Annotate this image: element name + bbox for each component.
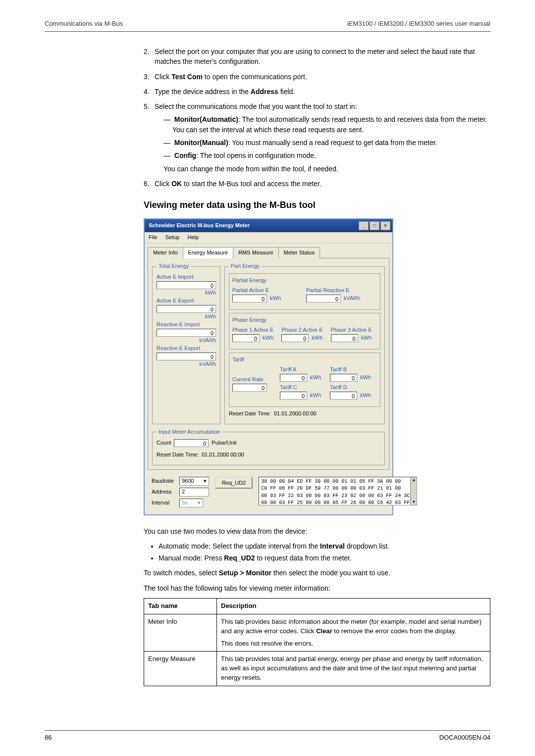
value-partial-reactive: 0	[306, 295, 341, 302]
tab-energy-measure[interactable]: Energy Measure	[183, 247, 234, 258]
label-input-reset-date-time: Reset Date Time:	[157, 451, 199, 459]
tab-meter-status[interactable]: Meter Status	[278, 247, 320, 258]
bullet-automatic-mode: Automatic mode: Select the update interv…	[159, 541, 490, 551]
unit-partial-active: kWh	[270, 295, 281, 302]
label-partial-reactive: Partial Reactive E	[306, 287, 377, 295]
unit-active-export: kWh	[157, 313, 216, 321]
scroll-up-icon[interactable]: ▲	[413, 477, 415, 483]
unit-phase1: kWh	[263, 334, 273, 342]
menu-setup[interactable]: Setup	[165, 234, 180, 242]
group-part-energy: Part Energy Partial Energy Partial Activ…	[224, 262, 385, 424]
label-reset-date-time: Reset Date Time:	[229, 410, 271, 418]
step-5-text: Select the communications mode that you …	[155, 101, 490, 111]
mbus-tool-window: Schneider Electric M-bus Energy Meter _ …	[144, 218, 393, 515]
legend-phase-energy: Phase Energy	[232, 316, 377, 324]
hex-output: 38 00 00 04 ED FF 39 00 00 01 01 05 FF 3…	[259, 477, 417, 505]
group-total-energy: Total Energy Active E Import 0 kWh Activ…	[152, 262, 220, 424]
chevron-down-icon: ▾	[198, 499, 201, 507]
modes-intro: You can use two modes to view data from …	[144, 526, 490, 536]
input-address[interactable]: 2	[179, 488, 209, 497]
minimize-icon[interactable]: _	[359, 221, 369, 230]
label-active-import: Active E Import	[157, 273, 216, 281]
label-count: Count	[157, 439, 171, 447]
step-3-text: Click Test Com to open the communication…	[155, 72, 490, 82]
legend-tariff: Tariff	[232, 356, 377, 364]
step-number: 6.	[144, 179, 155, 189]
maximize-icon[interactable]: □	[370, 221, 379, 230]
header-right: iEM3100 / iEM3200 / iEM3300 series user …	[347, 20, 490, 27]
step-number: 3.	[144, 72, 155, 82]
step-number: 2.	[144, 47, 155, 67]
label-active-export: Active E Export	[157, 297, 216, 305]
value-reset-date-time: 01.01.2000 00:00	[274, 410, 317, 418]
page-number: 86	[45, 734, 52, 741]
label-tariff-c: Tariff C	[280, 384, 327, 392]
unit-phase2: kWh	[312, 334, 322, 342]
unit-tariff-a: kWh	[310, 374, 321, 382]
scroll-down-icon[interactable]: ▼	[413, 499, 415, 505]
value-tariff-d: 0	[330, 392, 357, 400]
chevron-down-icon: ▾	[204, 477, 207, 485]
th-tab-name: Tab name	[144, 599, 217, 614]
value-reactive-export: 0	[157, 353, 216, 360]
switch-modes-text: To switch modes, select Setup > Monitor …	[144, 568, 490, 578]
unit-tariff-d: kWh	[360, 392, 371, 400]
tab-meter-info[interactable]: Meter Info	[148, 247, 183, 258]
label-phase2: Phase 2 Active E	[281, 326, 327, 334]
unit-reactive-import: kVARh	[157, 337, 216, 345]
header-left: Communications via M-Bus	[45, 20, 123, 27]
dropdown-interval[interactable]: 5s▾	[179, 499, 203, 507]
value-active-export: 0	[157, 305, 216, 313]
legend-part-energy: Part Energy	[229, 262, 262, 270]
value-active-import: 0	[157, 281, 216, 289]
scrollbar[interactable]: ▲▼	[410, 477, 417, 505]
label-partial-active: Partial Active E	[232, 287, 303, 295]
section-heading: Viewing meter data using the M-Bus tool	[144, 199, 490, 211]
unit-active-import: kWh	[157, 289, 216, 297]
doc-id: DOCA0005EN-04	[439, 734, 490, 741]
menu-file[interactable]: File	[149, 234, 158, 242]
dropdown-baudrate[interactable]: 9600▾	[179, 477, 209, 486]
instruction-list: 2. Select the port on your computer that…	[144, 47, 490, 189]
label-tariff-d: Tariff D	[330, 384, 377, 392]
value-input-reset-date-time: 01.01.2000 00:00	[202, 451, 244, 459]
label-reactive-export: Reactive E Export	[157, 345, 216, 353]
unit-tariff-c: kWh	[310, 392, 321, 400]
value-phase2: 0	[281, 334, 309, 342]
step-6-text: Click OK to start the M-Bus tool and acc…	[155, 179, 490, 189]
close-icon[interactable]: ×	[380, 221, 390, 230]
tabs-description-table: Tab name Description Meter Info This tab…	[144, 598, 490, 686]
value-tariff-c: 0	[280, 392, 307, 400]
req-ud2-button[interactable]: Req_UD2	[215, 477, 253, 489]
label-baudrate: Baudrate	[152, 477, 176, 485]
label-tariff-a: Tariff A	[280, 366, 327, 374]
value-phase3: 0	[331, 334, 358, 342]
value-reactive-import: 0	[157, 329, 216, 337]
legend-total-energy: Total Energy	[157, 262, 191, 270]
step-number: 4.	[144, 87, 155, 97]
bullet-manual-mode: Manual mode: Press Req_UD2 to request da…	[159, 553, 490, 563]
step-5-config: — Config: The tool opens in configuratio…	[163, 151, 490, 160]
unit-reactive-export: kVARh	[157, 360, 216, 368]
step-number: 5.	[144, 101, 155, 174]
label-tariff-b: Tariff B	[330, 366, 377, 374]
label-phase3: Phase 3 Active E	[331, 326, 377, 334]
label-current-rate: Current Rate	[232, 376, 277, 384]
cell-meter-info-name: Meter Info	[144, 614, 217, 652]
value-partial-active: 0	[232, 295, 267, 302]
value-tariff-b: 0	[330, 374, 357, 382]
step-2-text: Select the port on your computer that yo…	[155, 47, 490, 67]
step-5-manual: — Monitor(Manual): You must manually sen…	[163, 138, 490, 148]
menu-help[interactable]: Help	[187, 234, 199, 242]
unit-tariff-b: kWh	[360, 374, 371, 382]
page-header: Communications via M-Bus iEM3100 / iEM32…	[45, 20, 490, 32]
value-current-rate: 0	[232, 384, 267, 392]
step-5-note: You can change the mode from within the …	[155, 164, 490, 174]
label-reactive-import: Reactive E Import	[157, 321, 216, 329]
tabs-intro-text: The tool has the following tabs for view…	[144, 583, 490, 593]
label-address: Address	[152, 488, 176, 496]
legend-input-meter: Input Meter Accumulation	[157, 428, 222, 436]
tab-rms-measure[interactable]: RMS Measure	[233, 247, 278, 258]
value-phase1: 0	[232, 334, 260, 342]
unit-count: Pulse/Unit	[212, 439, 236, 447]
